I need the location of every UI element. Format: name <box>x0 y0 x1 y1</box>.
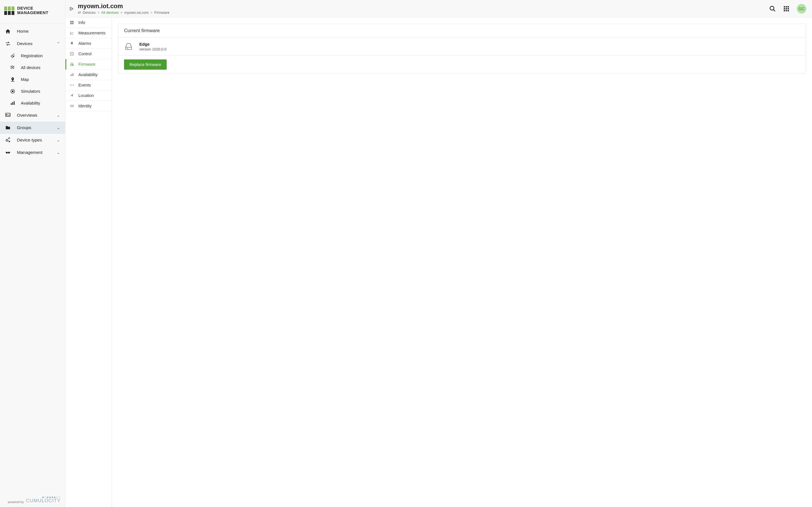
svg-rect-42 <box>70 105 70 107</box>
svg-rect-23 <box>788 6 789 7</box>
svg-rect-10 <box>14 101 15 105</box>
nav-map[interactable]: Map <box>0 73 65 86</box>
card-title: Current firmware <box>118 24 806 38</box>
tab-label: Availability <box>78 72 98 77</box>
nav-simulators[interactable]: Simulators <box>0 86 65 97</box>
svg-rect-40 <box>73 73 73 76</box>
svg-point-4 <box>12 65 13 66</box>
search-icon[interactable] <box>769 5 776 12</box>
nav-label: Availability <box>21 101 60 105</box>
svg-rect-27 <box>784 10 785 11</box>
nav-devices[interactable]: Devices ⌃ <box>0 38 65 50</box>
svg-rect-46 <box>72 105 73 107</box>
tab-location[interactable]: Location <box>65 91 112 101</box>
swap-icon <box>5 41 11 47</box>
firmware-version: version 1020.0.0 <box>139 47 166 51</box>
svg-rect-39 <box>72 74 72 76</box>
tab-label: Control <box>78 52 92 56</box>
home-icon <box>5 29 11 34</box>
firmware-name: Edge <box>139 42 166 47</box>
nav-label: Map <box>21 77 60 82</box>
svg-rect-21 <box>784 6 785 7</box>
nav-groups[interactable]: Groups ⌄ <box>0 121 65 134</box>
replace-firmware-button[interactable]: Replace firmware <box>124 59 167 70</box>
nav-label: Simulators <box>21 89 60 94</box>
tab-firmware[interactable]: Firmware <box>65 59 112 70</box>
broadcast-icon <box>70 83 74 87</box>
svg-rect-45 <box>72 105 72 107</box>
topbar: myown.iot.com ⇄ Devices > All devices > … <box>65 0 812 17</box>
tab-label: Location <box>78 93 94 98</box>
nav-label: Management <box>17 150 51 155</box>
nav-label: All devices <box>21 65 60 70</box>
app-logo[interactable]: DEVICE MANAGEMENT <box>0 0 65 24</box>
collapse-sidebar-icon[interactable] <box>69 6 74 11</box>
map-pin-icon <box>10 77 15 82</box>
tab-label: Info <box>78 20 85 25</box>
nav-label: Device types <box>17 137 51 143</box>
nav-label: Devices <box>17 41 51 46</box>
folder-icon <box>5 125 11 130</box>
svg-rect-2 <box>13 66 14 68</box>
tab-label: Alarms <box>78 41 91 46</box>
svg-rect-0 <box>11 66 11 68</box>
nav-availability[interactable]: Availability <box>0 97 65 109</box>
apps-grid-icon[interactable] <box>783 6 790 12</box>
svg-point-32 <box>71 53 72 54</box>
breadcrumb: ⇄ Devices > All devices > myown.iot.com … <box>78 10 765 15</box>
tab-measurements[interactable]: Measurements <box>65 28 112 38</box>
firmware-card: Current firmware Edge version 1020.0.0 <box>118 24 806 74</box>
tab-label: Events <box>78 83 91 88</box>
tab-availability[interactable]: Availability <box>65 70 112 80</box>
svg-rect-1 <box>12 67 13 68</box>
breadcrumb-sep: > <box>120 10 123 15</box>
svg-rect-43 <box>71 105 71 107</box>
tab-label: Identity <box>78 104 92 108</box>
svg-rect-28 <box>786 10 787 11</box>
svg-point-37 <box>72 65 73 65</box>
tab-label: Firmware <box>78 62 95 66</box>
svg-rect-9 <box>12 102 13 105</box>
tab-events[interactable]: Events <box>65 80 112 91</box>
svg-rect-24 <box>784 8 785 9</box>
breadcrumb-sep: > <box>97 10 100 15</box>
nav-registration[interactable]: Registration <box>0 50 65 62</box>
dashboard-icon <box>5 112 11 118</box>
page-title: myown.iot.com <box>78 3 765 10</box>
tab-info[interactable]: Info <box>65 17 112 28</box>
user-avatar[interactable]: GC <box>797 4 806 13</box>
footer-brand: powered by ●○●●●●○○ CUMULOCITY <box>0 492 65 507</box>
svg-rect-25 <box>786 8 787 9</box>
tab-identity[interactable]: Identity <box>65 101 112 111</box>
svg-rect-29 <box>788 10 789 11</box>
powered-by-label: powered by <box>8 500 24 504</box>
handshake-icon <box>5 150 11 155</box>
bars-icon <box>10 101 15 106</box>
tab-control[interactable]: Control <box>65 49 112 59</box>
svg-rect-26 <box>788 8 789 9</box>
svg-rect-14 <box>9 114 10 116</box>
svg-rect-22 <box>786 6 787 7</box>
hdd-icon <box>124 42 133 51</box>
breadcrumb-link-all-devices[interactable]: All devices <box>101 10 119 15</box>
nav-overviews[interactable]: Overviews ⌄ <box>0 109 65 121</box>
swap-icon: ⇄ <box>78 10 81 15</box>
hdd-icon <box>70 62 74 66</box>
nav-home[interactable]: Home <box>0 25 65 38</box>
primary-nav: Home Devices ⌃ Registration All devices … <box>0 24 65 492</box>
svg-point-3 <box>11 68 11 69</box>
nav-all-devices[interactable]: All devices <box>0 62 65 73</box>
breadcrumb-root: Devices <box>83 10 96 15</box>
logo-line1: DEVICE <box>17 6 49 11</box>
logo-mark-icon <box>4 6 14 15</box>
chevron-up-icon: ⌃ <box>57 42 60 46</box>
tab-alarms[interactable]: Alarms <box>65 38 112 49</box>
svg-point-41 <box>72 85 72 86</box>
asterisk-icon <box>70 20 74 24</box>
chart-line-icon <box>70 31 74 35</box>
nav-management[interactable]: Management ⌄ <box>0 146 65 159</box>
barcode-icon <box>70 104 74 108</box>
nav-device-types[interactable]: Device types ⌄ <box>0 134 65 146</box>
chevron-down-icon: ⌄ <box>57 113 60 117</box>
svg-point-34 <box>72 54 73 55</box>
